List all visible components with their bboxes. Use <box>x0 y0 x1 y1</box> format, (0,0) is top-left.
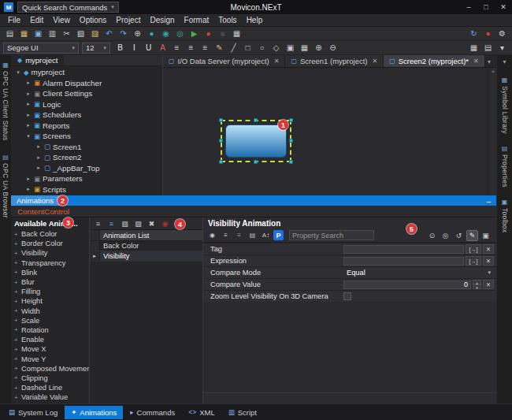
redo-icon[interactable]: ↷ <box>117 28 130 39</box>
tree-item[interactable]: ▸ ▣ Logic <box>11 99 162 110</box>
underline-icon[interactable]: U <box>142 42 155 54</box>
menu-item[interactable]: Tools <box>213 16 241 24</box>
zoom-out-icon[interactable]: ⊖ <box>326 42 339 54</box>
available-animation-item[interactable]: + Height <box>11 296 89 306</box>
copy-animation-icon[interactable]: ▧ <box>119 218 131 229</box>
text-color-icon[interactable]: A <box>156 42 169 54</box>
menu-item[interactable]: Options <box>75 16 111 24</box>
italic-icon[interactable]: I <box>128 42 141 54</box>
tree-item[interactable]: ▸ ▣ Schedulers <box>11 110 162 121</box>
refresh-properties-icon[interactable]: ◉ <box>206 230 218 241</box>
expander-plus-icon[interactable]: + <box>14 336 19 344</box>
animation-list-row[interactable]: ▸ Visibility <box>90 251 202 262</box>
tree-expander-icon[interactable]: ▸ <box>25 101 32 107</box>
available-animation-item[interactable]: + Scale <box>11 316 89 325</box>
screen-design-canvas[interactable]: ▴ <box>163 68 496 195</box>
chevron-down-icon[interactable]: ▾ <box>503 58 506 65</box>
compare-value-field[interactable]: 0 <box>343 281 471 289</box>
paste-icon[interactable]: ▨ <box>88 28 102 39</box>
globe-icon[interactable]: ● <box>145 28 158 39</box>
expander-plus-icon[interactable]: + <box>14 259 19 266</box>
available-animation-item[interactable]: + Rotation <box>11 325 89 335</box>
content-control-tab[interactable]: ContentControl <box>17 207 69 216</box>
tab-overflow-chevron-icon[interactable]: ▾ <box>484 55 495 68</box>
property-search-input[interactable] <box>289 230 374 240</box>
refresh-icon[interactable]: ↻ <box>467 28 480 39</box>
expander-plus-icon[interactable]: + <box>14 394 19 401</box>
animation-list-icon[interactable]: ≡ <box>92 218 104 229</box>
stop-icon[interactable]: ■ <box>216 28 229 39</box>
available-animation-item[interactable]: + Visibility <box>11 248 89 258</box>
expander-plus-icon[interactable]: + <box>14 317 19 324</box>
menu-item[interactable]: View <box>48 16 75 24</box>
group-icon[interactable]: ▣ <box>284 42 297 54</box>
menu-item[interactable]: File <box>3 16 25 24</box>
tab-commands[interactable]: ▸ Commands <box>124 406 181 419</box>
locate-icon[interactable]: ⊙ <box>426 230 438 241</box>
tab-script[interactable]: ▥ Script <box>222 406 263 419</box>
zoom-icon[interactable]: ⊕ <box>131 28 144 39</box>
canvas-scrollbar[interactable]: ▴ <box>489 68 496 195</box>
tree-item[interactable]: ▸ ▣ Reports <box>11 121 162 132</box>
ellipse-tool-icon[interactable]: ○ <box>255 42 269 54</box>
close-tab-icon[interactable]: ✕ <box>473 58 479 65</box>
settings-gear-icon[interactable]: ⚙ <box>495 28 509 39</box>
available-animation-item[interactable]: + Dashed Line <box>11 383 89 392</box>
expression-browse-button[interactable]: [→] <box>466 256 481 266</box>
grid-icon[interactable]: ▤ <box>481 42 495 54</box>
available-animation-item[interactable]: + Variable Value <box>11 392 89 402</box>
menu-item[interactable]: Help <box>242 16 268 24</box>
copy-icon[interactable]: ▧ <box>74 28 87 39</box>
tag-browse-button[interactable]: [→] <box>466 244 481 254</box>
spin-down-icon[interactable]: ▾ <box>473 284 481 289</box>
save-properties-icon[interactable]: ▣ <box>480 230 492 241</box>
expander-plus-icon[interactable]: + <box>14 240 19 247</box>
tab-opc-ua-browser[interactable]: ▤ OPC UA Browser <box>2 154 9 218</box>
close-tab-icon[interactable]: ✕ <box>274 58 280 65</box>
maximize-button[interactable]: □ <box>477 0 495 14</box>
tree-item[interactable]: ▸ ▣ Scripts <box>11 184 162 195</box>
new-file-icon[interactable]: ▤ <box>3 28 17 39</box>
menu-item[interactable]: Format <box>180 16 214 24</box>
tab-opc-ua-client-status[interactable]: ▦ OPC UA Client Status <box>2 61 9 141</box>
available-animation-item[interactable]: + Border Color <box>11 239 89 248</box>
available-animation-item[interactable]: + Composed Movement <box>11 364 89 374</box>
font-size-dropdown[interactable]: 12 ▾ <box>82 43 110 54</box>
tree-expander-icon[interactable]: ▾ <box>25 133 32 139</box>
available-animation-item[interactable]: + Transparency <box>11 258 89 268</box>
tree-item[interactable]: ▸ ▣ Client Settings <box>11 88 162 99</box>
selection-handle[interactable] <box>289 118 293 122</box>
expander-plus-icon[interactable]: + <box>14 298 19 305</box>
align-objects-icon[interactable]: ▦ <box>298 42 311 54</box>
tree-expander-icon[interactable]: ▸ <box>35 165 42 171</box>
tree-item[interactable]: ▸ ▢ _AppBar_Top <box>11 163 162 174</box>
selection-handle[interactable] <box>289 160 293 164</box>
show-all-icon[interactable]: ◎ <box>440 230 451 241</box>
record-icon[interactable]: ● <box>202 28 215 39</box>
bold-icon[interactable]: B <box>113 42 127 54</box>
group-view-icon[interactable]: ▤ <box>247 230 258 241</box>
tab-toolbox[interactable]: ▣ Toolbox <box>501 199 509 232</box>
rectangle-tool-icon[interactable]: □ <box>241 42 254 54</box>
selection-handle[interactable] <box>254 118 258 122</box>
expander-plus-icon[interactable]: + <box>14 355 19 362</box>
compare-mode-dropdown[interactable]: Equal ▾ <box>343 268 494 277</box>
tree-expander-icon[interactable]: ▸ <box>25 122 32 128</box>
expander-plus-icon[interactable]: + <box>14 385 19 392</box>
available-animation-item[interactable]: + Move Y <box>11 354 89 363</box>
edit-pencil-icon[interactable]: ✎ <box>466 230 478 241</box>
available-animation-item[interactable]: + Enable <box>11 335 89 344</box>
font-family-dropdown[interactable]: Segoe UI ▾ <box>3 43 79 54</box>
align-left-icon[interactable]: ≡ <box>170 42 184 54</box>
tree-expander-icon[interactable]: ▸ <box>35 143 42 150</box>
scroll-up-icon[interactable]: ▴ <box>492 69 494 73</box>
tree-expander-icon[interactable]: ▸ <box>25 176 32 182</box>
pen-icon[interactable]: ✎ <box>213 42 226 54</box>
polygon-tool-icon[interactable]: ◇ <box>269 42 283 54</box>
selection-handle[interactable] <box>219 160 223 164</box>
alphabetical-view-icon[interactable]: ≡ <box>233 230 245 241</box>
categorized-view-icon[interactable]: ≡ <box>220 230 232 241</box>
available-animation-item[interactable]: + Back Color <box>11 229 89 239</box>
layout-icon[interactable]: ▦ <box>467 42 480 54</box>
tree-expander-icon[interactable]: ▸ <box>25 80 32 86</box>
